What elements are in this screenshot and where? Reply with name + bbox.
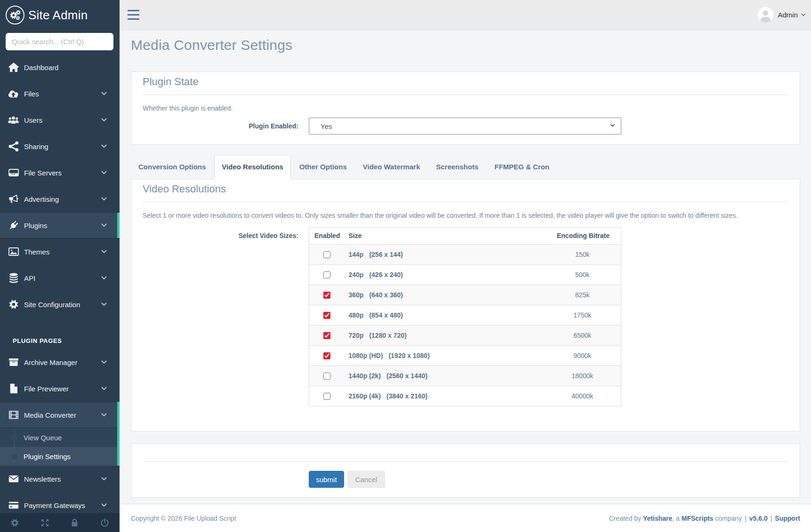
sidebar-nav: Dashboard Files Users Sharing File Serve… [0,54,120,518]
sidebar-item-sharing[interactable]: Sharing [0,133,120,159]
video-resolutions-description: Select 1 or more video resolutions to co… [143,212,788,219]
video-size-checkbox[interactable] [323,373,330,380]
video-resolutions-panel: Video Resolutions Select 1 or more video… [131,179,800,431]
chevron-down-icon [101,360,107,364]
settings-tabs: Conversion Options Video Resolutions Oth… [131,155,800,179]
share-icon [8,141,19,152]
column-header-size: Size [344,228,551,245]
video-size-bitrate: 1750k [551,305,621,326]
sidebar-item-label: Dashboard [24,64,107,71]
tab-video-watermark[interactable]: Video Watermark [355,155,428,179]
submenu-bullet-icon [11,453,17,460]
tab-video-resolutions[interactable]: Video Resolutions [214,155,291,179]
sidebar-toolbar [0,513,120,532]
video-size-checkbox[interactable] [323,393,330,400]
video-size-checkbox[interactable] [323,312,330,319]
users-icon [8,115,19,126]
video-size-label: 1080p (HD)(1920 x 1080) [344,346,551,366]
active-accent-bar [117,402,120,466]
user-menu[interactable]: Admin [758,7,806,23]
submit-button[interactable]: submit [309,471,344,488]
quick-search-input[interactable] [6,33,113,50]
sidebar-item-api[interactable]: API [0,265,120,291]
sidebar-item-file-servers[interactable]: File Servers [0,159,120,186]
brand[interactable]: Site Admin [0,0,120,30]
database-icon [8,273,19,284]
lock-icon[interactable] [60,518,90,527]
fullscreen-expand-icon[interactable] [30,518,60,527]
video-size-label: 1440p (2k)(2560 x 1440) [344,366,551,386]
sidebar-item-newsletters[interactable]: Newsletters [0,466,120,492]
sidebar-item-label: Archive Manager [24,358,101,366]
video-size-bitrate: 40000k [551,386,621,406]
sidebar-item-media-converter[interactable]: Media Converter [0,402,120,428]
sidebar-item-label: Site Configuration [24,301,101,309]
plugin-pages-section-label: PLUGIN PAGES [0,318,120,349]
video-size-checkbox[interactable] [323,332,330,339]
video-size-bitrate: 500k [551,265,621,285]
chevron-down-icon [101,503,107,507]
sidebar-item-dashboard[interactable]: Dashboard [0,54,120,80]
video-size-label: 720p(1280 x 720) [344,326,551,346]
video-size-label: 2160p (4k)(3840 x 2160) [344,386,551,406]
power-icon[interactable] [90,518,120,527]
submenu-bullet-icon [11,435,17,441]
sidebar-subitem-view-queue[interactable]: View Queue [0,428,120,447]
video-size-bitrate: 825k [551,285,621,305]
gear-icon [8,299,19,310]
panel-spacer [131,444,800,461]
chevron-down-icon [101,477,107,481]
tab-ffmpeg-cron[interactable]: FFMPEG & Cron [487,155,557,179]
sidebar-item-files[interactable]: Files [0,80,120,107]
sidebar-item-themes[interactable]: Themes [0,238,120,265]
sidebar: Site Admin Dashboard Files Users Sharing… [0,0,120,532]
home-icon [8,62,19,73]
sidebar-item-label: Plugins [24,222,101,230]
video-size-label: 480p(854 x 480) [344,305,551,326]
hdd-icon [8,167,19,178]
video-size-checkbox[interactable] [323,352,330,359]
menu-hamburger-icon[interactable] [128,10,139,20]
plugin-enabled-select[interactable]: Yes [309,118,621,135]
video-size-checkbox[interactable] [323,271,330,278]
video-size-row: 2160p (4k)(3840 x 2160)40000k [309,386,621,406]
plugin-enabled-value: Yes [321,122,332,130]
sidebar-item-site-configuration[interactable]: Site Configuration [0,291,120,318]
sidebar-item-label: Advertising [24,195,101,203]
video-sizes-table: Enabled Size Encoding Bitrate 144p(256 x… [309,227,621,406]
column-header-enabled: Enabled [309,228,344,245]
sidebar-item-advertising[interactable]: Advertising [0,186,120,212]
sidebar-group-media-converter: Media Converter View Queue Plugin Settin… [0,402,120,466]
bullhorn-icon [8,194,19,205]
tab-other-options[interactable]: Other Options [292,155,354,179]
video-size-checkbox[interactable] [323,251,330,258]
sidebar-item-label: Files [24,90,101,98]
tab-screenshots[interactable]: Screenshots [428,155,486,179]
sidebar-item-file-previewer[interactable]: File Previewer [0,375,120,402]
chevron-down-icon [101,223,107,227]
divider [143,95,788,95]
select-video-sizes-label: Select Video Sizes: [143,227,309,239]
video-size-checkbox[interactable] [323,292,330,299]
cancel-button[interactable]: Cancel [347,471,385,488]
plugin-state-panel: Plugin State Whether this plugin is enab… [131,71,800,145]
sidebar-item-label: Themes [24,248,101,256]
footer: Copyright © 2026 File Upload Script Crea… [120,504,811,532]
sidebar-item-archive-manager[interactable]: Archive Manager [0,349,120,375]
support-link[interactable]: Support [775,515,800,522]
sidebar-item-users[interactable]: Users [0,107,120,133]
copyright-text: Copyright © 2026 File Upload Script [131,515,236,522]
envelope-icon [8,474,19,484]
mfscripts-link[interactable]: MFScripts [682,515,714,522]
topbar: Admin [120,0,811,30]
submit-panel: submit Cancel [131,444,800,498]
sidebar-item-label: Media Converter [24,411,101,419]
tab-conversion-options[interactable]: Conversion Options [131,155,213,179]
settings-gear-icon[interactable] [0,518,30,527]
video-size-row: 1080p (HD)(1920 x 1080)9000k [309,346,621,366]
video-size-row: 144p(256 x 144)150k [309,245,621,265]
sidebar-subitem-plugin-settings[interactable]: Plugin Settings [0,447,120,466]
sidebar-item-plugins[interactable]: Plugins [0,212,120,238]
yetishare-link[interactable]: Yetishare [643,515,672,522]
image-icon [8,246,19,257]
